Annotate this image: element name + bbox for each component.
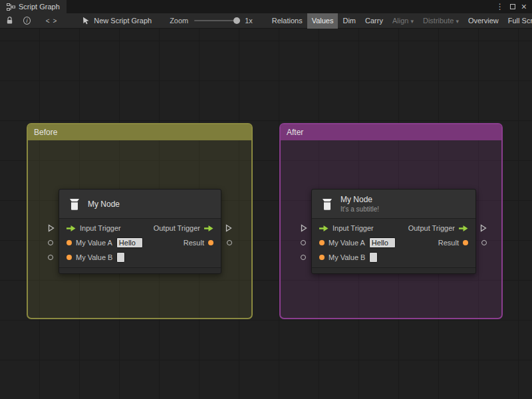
port-label: My Value A: [76, 239, 112, 247]
port-label: Result: [184, 239, 204, 247]
tab-bar: Script Graph ⋮ ×: [0, 0, 532, 13]
node-title: My Node: [340, 195, 379, 204]
group-title: After: [287, 128, 303, 137]
value-a-input[interactable]: [116, 237, 143, 248]
value-dot-icon: [319, 240, 325, 245]
port-label: My Value B: [76, 253, 112, 261]
tab-script-graph[interactable]: Script Graph: [0, 0, 66, 13]
window-controls: ⋮ ×: [496, 0, 532, 13]
flow-input-port[interactable]: [301, 224, 307, 232]
chevron-down-icon: ▾: [456, 18, 459, 25]
zoom-slider-knob[interactable]: [233, 17, 240, 24]
toolbar: i < > New Script Graph Zoom 1x Relations…: [0, 13, 532, 29]
value-dot-icon: [66, 255, 72, 260]
port-label: Output Trigger: [408, 224, 455, 232]
value-input-port[interactable]: [48, 255, 53, 260]
node-header[interactable]: My Node It's a subtitle!: [312, 190, 475, 219]
graph-pointer-icon: [82, 17, 90, 25]
maximize-icon[interactable]: [510, 4, 515, 9]
port-row-trigger: Input Trigger Output Trigger: [59, 221, 221, 235]
fullscreen-button[interactable]: Full Screen: [503, 13, 532, 29]
flow-arrow-icon: [66, 225, 76, 232]
values-button[interactable]: Values: [307, 13, 338, 29]
port-row-value-a: My Value A Result: [312, 235, 475, 250]
port-label: Input Trigger: [80, 224, 121, 232]
node-title: My Node: [88, 200, 120, 209]
value-input-port[interactable]: [301, 255, 306, 260]
menu-icon[interactable]: ⋮: [496, 3, 504, 11]
value-output-port[interactable]: [227, 240, 232, 245]
port-label: My Value A: [329, 239, 365, 247]
node-body: Input Trigger Output Trigger My Value A …: [59, 219, 221, 267]
dim-button[interactable]: Dim: [338, 13, 360, 29]
chevron-down-icon: ▾: [410, 18, 414, 25]
zoom-slider[interactable]: [194, 13, 240, 28]
flow-output-port[interactable]: [480, 224, 487, 232]
node-body: Input Trigger Output Trigger My Value A …: [312, 219, 475, 267]
port-label: Result: [438, 239, 459, 247]
port-row-value-b: My Value B: [312, 250, 475, 265]
carry-button[interactable]: Carry: [360, 13, 388, 29]
flow-arrow-icon: [459, 225, 468, 232]
zoom-label: Zoom: [170, 17, 188, 25]
distribute-button[interactable]: Distribute▾: [418, 13, 464, 29]
info-icon[interactable]: i: [23, 17, 31, 25]
flow-input-port[interactable]: [48, 224, 55, 232]
value-input-port[interactable]: [48, 240, 53, 245]
distribute-label: Distribute: [423, 17, 454, 25]
port-label: Output Trigger: [154, 224, 200, 232]
node-subtitle: It's a subtitle!: [340, 205, 379, 213]
align-label: Align: [392, 17, 408, 25]
tab-title: Script Graph: [19, 3, 60, 11]
graph-icon: [7, 3, 15, 11]
overview-button[interactable]: Overview: [464, 13, 503, 29]
flow-arrow-icon: [204, 225, 213, 232]
flow-output-port[interactable]: [225, 224, 232, 232]
node-footer: [312, 267, 475, 273]
relations-button[interactable]: Relations: [267, 13, 307, 29]
node-icon: [67, 197, 82, 211]
lock-icon[interactable]: [6, 17, 13, 25]
value-dot-icon: [208, 240, 213, 245]
value-input-port[interactable]: [301, 240, 306, 245]
flow-arrow-icon: [319, 225, 329, 232]
group-after-header[interactable]: After: [281, 124, 501, 140]
value-a-input[interactable]: [369, 237, 396, 248]
port-row-value-b: My Value B: [59, 250, 221, 265]
group-before-header[interactable]: Before: [28, 124, 251, 140]
value-b-input[interactable]: [116, 252, 125, 263]
port-label: Input Trigger: [332, 224, 374, 232]
node-my-node-before[interactable]: My Node Input Trigger Output Trigger: [59, 189, 221, 274]
node-footer: [59, 267, 221, 273]
port-label: My Value B: [329, 253, 365, 261]
align-button[interactable]: Align▾: [388, 13, 418, 29]
value-dot-icon: [319, 255, 325, 260]
code-icon[interactable]: < >: [46, 17, 57, 25]
node-icon: [320, 197, 334, 211]
value-dot-icon: [463, 240, 468, 245]
node-my-node-after[interactable]: My Node It's a subtitle! Input Trigger O…: [311, 189, 476, 274]
graph-canvas[interactable]: Before After My Node: [0, 29, 532, 399]
value-dot-icon: [66, 240, 72, 245]
port-row-trigger: Input Trigger Output Trigger: [312, 221, 475, 235]
zoom-value: 1x: [245, 17, 253, 25]
node-header[interactable]: My Node: [59, 190, 221, 219]
port-row-value-a: My Value A Result: [59, 235, 221, 250]
value-b-input[interactable]: [369, 252, 378, 263]
close-icon[interactable]: ×: [521, 2, 527, 11]
group-title: Before: [34, 128, 57, 137]
graph-name-label[interactable]: New Script Graph: [94, 17, 152, 25]
value-output-port[interactable]: [481, 240, 487, 245]
